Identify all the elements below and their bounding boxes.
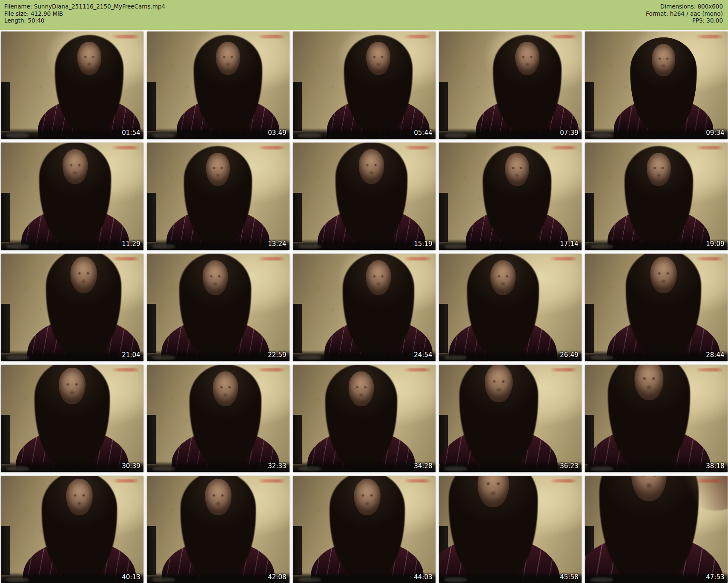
timestamp-label: 17:14 xyxy=(560,240,578,248)
thumbnail-cell: 24:54 xyxy=(293,254,436,361)
face xyxy=(353,479,380,515)
red-watermark xyxy=(550,368,577,372)
thumbnail-cell: 01:54 xyxy=(1,31,143,139)
timestamp-label: 34:28 xyxy=(414,462,432,470)
face xyxy=(366,260,391,295)
person-figure xyxy=(1,254,143,361)
red-watermark xyxy=(258,146,285,149)
face xyxy=(202,260,228,295)
red-watermark xyxy=(112,368,139,372)
person-figure xyxy=(293,31,436,139)
red-watermark xyxy=(696,257,723,260)
timestamp-label: 03:49 xyxy=(268,129,286,137)
person-figure xyxy=(1,365,143,472)
header-bar: Filename: SunnyDiana_251116_2150_MyFreeC… xyxy=(0,0,728,30)
red-watermark xyxy=(258,35,285,38)
timestamp-label: 11:29 xyxy=(122,240,140,248)
filesize-line: File size: 412.90 MiB xyxy=(4,10,165,17)
face xyxy=(366,42,390,75)
thumbnail-cell: 34:28 xyxy=(293,365,436,472)
red-watermark xyxy=(550,146,577,149)
thumbnail-cell: 30:39 xyxy=(1,365,143,472)
media-info-block: Dimensions: 800x600 Format: h264 / aac (… xyxy=(646,3,723,30)
thumbnail-cell: 05:44 xyxy=(293,31,436,139)
thumbnail-cell: 03:49 xyxy=(147,31,289,139)
red-watermark xyxy=(112,35,139,38)
thumbnail-cell: 45:58 xyxy=(439,476,582,583)
red-watermark xyxy=(404,257,431,260)
thumbnail-cell: 47:53 xyxy=(585,476,728,583)
person-figure xyxy=(585,365,728,472)
length-line: Length: 50:40 xyxy=(4,17,165,24)
thumbnail-cell: 26:49 xyxy=(439,254,582,361)
timestamp-label: 19:09 xyxy=(706,240,724,248)
person-figure xyxy=(439,143,582,250)
red-watermark xyxy=(112,479,139,483)
face xyxy=(62,149,88,184)
timestamp-label: 47:53 xyxy=(706,573,724,581)
thumbnail-cell: 36:23 xyxy=(439,365,582,472)
thumbnail-cell: 15:19 xyxy=(293,143,436,250)
red-watermark xyxy=(550,35,577,38)
person-figure xyxy=(147,143,289,250)
timestamp-label: 15:19 xyxy=(414,240,432,248)
thumbnail-cell: 17:14 xyxy=(439,143,582,250)
filename-line: Filename: SunnyDiana_251116_2150_MyFreeC… xyxy=(4,3,165,10)
person-figure xyxy=(293,143,436,250)
person-figure xyxy=(587,34,725,138)
format-line: Format: h264 / aac (mono) xyxy=(646,10,723,17)
red-watermark xyxy=(696,146,723,149)
person-figure xyxy=(1,143,143,250)
timestamp-label: 40:13 xyxy=(122,573,140,581)
person-figure xyxy=(293,476,436,583)
person-figure xyxy=(439,476,582,583)
timestamp-label: 13:24 xyxy=(268,240,286,248)
face xyxy=(59,368,86,404)
timestamp-label: 45:58 xyxy=(560,573,578,581)
face xyxy=(66,479,92,515)
red-watermark xyxy=(112,257,139,260)
red-watermark xyxy=(112,146,139,149)
person-figure xyxy=(293,365,436,472)
person-figure xyxy=(147,365,289,472)
person-figure xyxy=(147,476,289,583)
timestamp-label: 30:39 xyxy=(122,462,140,470)
thumbnail-cell: 40:13 xyxy=(1,476,143,583)
red-watermark xyxy=(404,368,431,372)
face xyxy=(505,153,529,186)
thumbnail-cell: 19:09 xyxy=(585,143,728,250)
fps-line: FPS: 30.00 xyxy=(646,17,723,24)
face xyxy=(650,257,676,293)
person-figure xyxy=(585,476,728,583)
person-figure xyxy=(293,254,436,361)
timestamp-label: 26:49 xyxy=(560,351,578,359)
person-figure xyxy=(439,31,582,139)
thumbnail-grid: 01:54 03:49 05:44 xyxy=(0,30,728,583)
thumbnail-cell: 22:59 xyxy=(147,254,289,361)
timestamp-label: 21:04 xyxy=(122,351,140,359)
thumbnail-cell: 38:18 xyxy=(585,365,728,472)
face xyxy=(651,44,675,76)
thumbnail-cell: 07:39 xyxy=(439,31,582,139)
face xyxy=(77,42,101,75)
face xyxy=(205,479,232,515)
person-figure xyxy=(147,31,289,139)
thumbnail-cell: 42:08 xyxy=(147,476,289,583)
thumbnail-cell: 28:44 xyxy=(585,254,728,361)
dimensions-line: Dimensions: 800x600 xyxy=(646,3,723,10)
timestamp-label: 05:44 xyxy=(414,129,432,137)
timestamp-label: 44:03 xyxy=(414,573,432,581)
file-info-block: Filename: SunnyDiana_251116_2150_MyFreeC… xyxy=(4,3,165,30)
face xyxy=(216,42,240,75)
timestamp-label: 32:33 xyxy=(268,462,286,470)
face xyxy=(484,365,512,402)
timestamp-label: 38:18 xyxy=(706,462,724,470)
timestamp-label: 01:54 xyxy=(122,129,140,137)
person-figure xyxy=(1,476,143,583)
timestamp-label: 24:54 xyxy=(414,351,432,359)
red-watermark xyxy=(258,368,285,372)
thumbnail-cell: 09:34 xyxy=(585,31,728,139)
timestamp-label: 36:23 xyxy=(560,462,578,470)
red-watermark xyxy=(258,479,285,483)
red-watermark xyxy=(258,257,285,260)
